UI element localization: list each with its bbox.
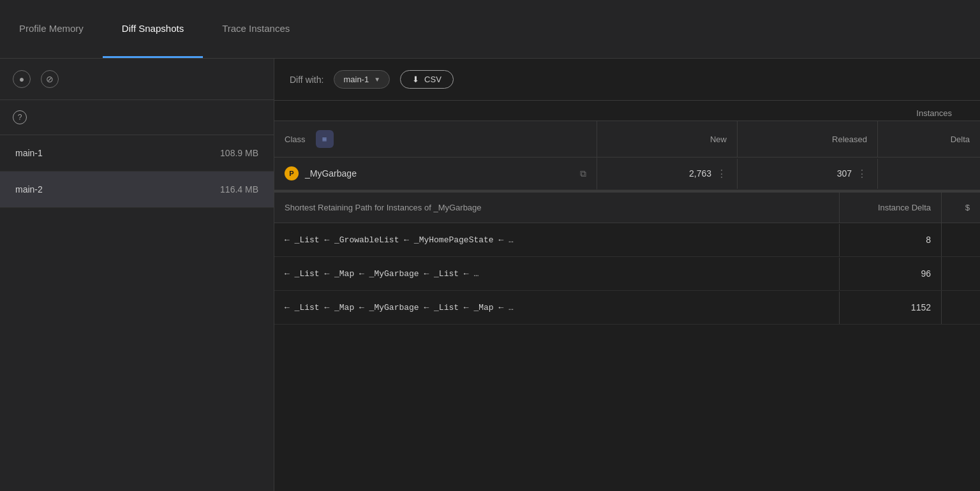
tab-profile-memory[interactable]: Profile Memory	[13, 0, 103, 58]
delta-value-0: 8	[926, 235, 931, 245]
bottom-path-label: Shortest Retaining Path for Instances of…	[285, 203, 482, 212]
snapshot-size-main2: 116.4 MB	[220, 184, 258, 194]
sidebar: ● ⊘ ? main-1 108.9 MB main-2 116.4 MB	[0, 59, 274, 491]
tab-bar: Profile Memory Diff Snapshots Trace Inst…	[0, 0, 980, 59]
filter-icon-button[interactable]: ≡	[316, 130, 334, 148]
csv-button[interactable]: ⬇ CSV	[400, 70, 454, 89]
col-header-released: Released	[738, 121, 878, 157]
col-delta-label: Delta	[951, 135, 970, 144]
sidebar-help-row: ?	[0, 100, 274, 135]
snapshot-name-main2: main-2	[15, 184, 43, 194]
extra-cell-1	[942, 262, 980, 285]
released-value: 307	[837, 168, 852, 179]
more-options-icon[interactable]: ⋮	[716, 168, 727, 180]
snapshot-list: main-1 108.9 MB main-2 116.4 MB	[0, 135, 274, 491]
path-value-1: ← _List ← _Map ← _MyGarbage ← _List ← …	[285, 269, 479, 279]
bottom-instance-delta-label: Instance Delta	[878, 203, 931, 212]
diff-select-dropdown[interactable]: main-1 ▼	[334, 70, 390, 89]
tab-trace-instances-label: Trace Instances	[222, 23, 290, 34]
bottom-row-0[interactable]: ← _List ← _GrowableList ← _MyHomePageSta…	[274, 223, 980, 257]
chevron-down-icon: ▼	[374, 76, 380, 83]
bottom-row-2[interactable]: ← _List ← _Map ← _MyGarbage ← _List ← _M…	[274, 291, 980, 325]
tab-trace-instances[interactable]: Trace Instances	[203, 0, 309, 58]
col-header-delta: Delta	[878, 121, 980, 157]
col-header-class: Class ≡	[274, 121, 597, 157]
clear-icon: ⊘	[46, 74, 54, 84]
p-badge: P	[285, 166, 299, 180]
instances-header-row: Instances	[274, 101, 980, 121]
sidebar-toolbar: ● ⊘	[0, 59, 274, 100]
col-new-label: New	[710, 135, 727, 144]
path-value-2: ← _List ← _Map ← _MyGarbage ← _List ← _M…	[285, 303, 514, 312]
delta-value-2: 1152	[911, 302, 931, 312]
extra-cell-2	[942, 296, 980, 319]
snapshot-item-main1[interactable]: main-1 108.9 MB	[0, 135, 274, 172]
path-cell-1: ← _List ← _Map ← _MyGarbage ← _List ← …	[274, 258, 840, 290]
class-cell: P _MyGarbage ⧉	[274, 158, 597, 189]
record-button[interactable]: ●	[13, 70, 31, 88]
bottom-row-1[interactable]: ← _List ← _Map ← _MyGarbage ← _List ← … …	[274, 257, 980, 291]
table-header-row: Class ≡ New Released Delta	[274, 121, 980, 158]
delta-cell-2: 1152	[840, 291, 942, 324]
bottom-table-header: Shortest Retaining Path for Instances of…	[274, 193, 980, 223]
panel-toolbar: Diff with: main-1 ▼ ⬇ CSV	[274, 59, 980, 101]
snapshot-item-main2[interactable]: main-2 116.4 MB	[0, 172, 274, 208]
copy-icon[interactable]: ⧉	[580, 168, 586, 179]
bottom-extra-label: $	[965, 203, 970, 212]
main-content: ● ⊘ ? main-1 108.9 MB main-2 116.4 MB Di	[0, 59, 980, 491]
col-released-label: Released	[832, 135, 867, 144]
path-cell-2: ← _List ← _Map ← _MyGarbage ← _List ← _M…	[274, 291, 840, 324]
csv-label: CSV	[424, 75, 442, 84]
right-panel: Diff with: main-1 ▼ ⬇ CSV Instances Clas…	[274, 59, 980, 491]
delta-value-1: 96	[921, 268, 931, 279]
diff-with-label: Diff with:	[290, 75, 323, 85]
bottom-col-path: Shortest Retaining Path for Instances of…	[274, 193, 840, 223]
bottom-col-extra: $	[942, 193, 980, 223]
snapshot-name-main1: main-1	[15, 148, 43, 158]
tab-diff-snapshots-label: Diff Snapshots	[122, 23, 184, 34]
col-header-new: New	[597, 121, 738, 157]
top-table-area: Instances Class ≡ New Released Delta	[274, 101, 980, 193]
filter-icon: ≡	[322, 135, 327, 144]
new-value: 2,763	[689, 168, 711, 179]
table-row[interactable]: P _MyGarbage ⧉ 2,763 ⋮ 307 ⋮	[274, 158, 980, 190]
clear-button[interactable]: ⊘	[41, 70, 59, 88]
diff-select-value: main-1	[343, 75, 369, 84]
path-cell-0: ← _List ← _GrowableList ← _MyHomePageSta…	[274, 224, 840, 256]
more-options-icon-2[interactable]: ⋮	[857, 168, 867, 180]
released-value-cell: 307 ⋮	[738, 159, 878, 189]
tab-diff-snapshots[interactable]: Diff Snapshots	[103, 0, 203, 58]
tab-profile-memory-label: Profile Memory	[19, 23, 84, 34]
path-value-0: ← _List ← _GrowableList ← _MyHomePageSta…	[285, 235, 514, 245]
record-icon: ●	[19, 74, 24, 84]
help-icon[interactable]: ?	[13, 110, 27, 124]
bottom-col-instance-delta: Instance Delta	[840, 193, 942, 223]
bottom-panel: Shortest Retaining Path for Instances of…	[274, 193, 980, 491]
instances-header-label: Instances	[916, 108, 965, 118]
col-class-label: Class	[285, 135, 306, 144]
delta-cell-1: 96	[840, 257, 942, 290]
extra-cell-0	[942, 228, 980, 251]
delta-cell-0: 8	[840, 223, 942, 256]
badge-label: P	[289, 170, 293, 177]
class-name-label: _MyGarbage	[305, 168, 357, 179]
snapshot-size-main1: 108.9 MB	[220, 148, 258, 158]
download-icon: ⬇	[412, 75, 419, 84]
delta-value-cell	[878, 165, 980, 182]
new-value-cell: 2,763 ⋮	[597, 159, 738, 189]
